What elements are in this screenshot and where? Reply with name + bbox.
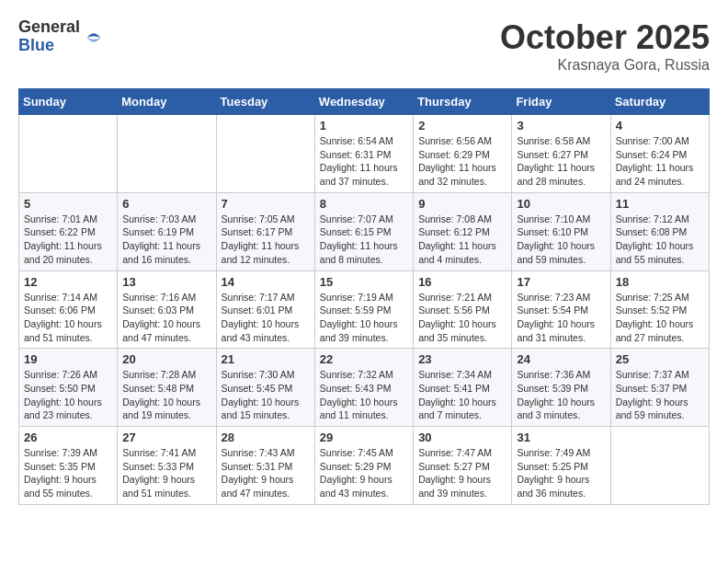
calendar-cell xyxy=(610,427,709,505)
day-number: 29 xyxy=(320,431,408,444)
title-block: October 2025 Krasnaya Gora, Russia xyxy=(500,18,710,74)
column-header-sunday: Sunday xyxy=(19,89,118,115)
calendar-cell: 5Sunrise: 7:01 AM Sunset: 6:22 PM Daylig… xyxy=(19,192,118,270)
day-info: Sunrise: 7:19 AM Sunset: 5:59 PM Dayligh… xyxy=(320,291,408,345)
day-number: 11 xyxy=(616,197,704,211)
day-info: Sunrise: 7:10 AM Sunset: 6:10 PM Dayligh… xyxy=(517,213,605,267)
location: Krasnaya Gora, Russia xyxy=(500,57,710,74)
day-info: Sunrise: 7:32 AM Sunset: 5:43 PM Dayligh… xyxy=(320,368,408,422)
day-number: 31 xyxy=(517,431,605,444)
day-number: 7 xyxy=(222,197,310,211)
day-info: Sunrise: 7:26 AM Sunset: 5:50 PM Dayligh… xyxy=(24,368,112,422)
logo: General Blue xyxy=(18,18,104,55)
day-number: 24 xyxy=(517,352,605,366)
calendar-cell: 30Sunrise: 7:47 AM Sunset: 5:27 PM Dayli… xyxy=(414,427,512,505)
day-number: 9 xyxy=(418,197,506,211)
day-info: Sunrise: 7:00 AM Sunset: 6:24 PM Dayligh… xyxy=(616,134,704,189)
calendar-cell: 13Sunrise: 7:16 AM Sunset: 6:03 PM Dayli… xyxy=(118,270,216,349)
day-number: 18 xyxy=(616,275,704,289)
calendar-cell: 27Sunrise: 7:41 AM Sunset: 5:33 PM Dayli… xyxy=(118,427,216,505)
calendar-cell: 10Sunrise: 7:10 AM Sunset: 6:10 PM Dayli… xyxy=(512,192,610,270)
day-number: 14 xyxy=(222,275,310,289)
calendar-cell: 25Sunrise: 7:37 AM Sunset: 5:37 PM Dayli… xyxy=(610,349,709,427)
day-info: Sunrise: 6:56 AM Sunset: 6:29 PM Dayligh… xyxy=(418,134,506,189)
calendar-cell: 9Sunrise: 7:08 AM Sunset: 6:12 PM Daylig… xyxy=(414,192,512,270)
calendar-cell xyxy=(19,115,118,193)
calendar-cell: 19Sunrise: 7:26 AM Sunset: 5:50 PM Dayli… xyxy=(19,349,118,427)
day-info: Sunrise: 7:05 AM Sunset: 6:17 PM Dayligh… xyxy=(222,213,310,267)
calendar-cell: 14Sunrise: 7:17 AM Sunset: 6:01 PM Dayli… xyxy=(216,270,314,349)
calendar-cell: 22Sunrise: 7:32 AM Sunset: 5:43 PM Dayli… xyxy=(314,349,413,427)
day-info: Sunrise: 6:58 AM Sunset: 6:27 PM Dayligh… xyxy=(517,134,605,189)
column-header-friday: Friday xyxy=(512,89,610,115)
logo-line1: General xyxy=(18,18,80,37)
day-number: 12 xyxy=(24,275,112,289)
day-info: Sunrise: 7:45 AM Sunset: 5:29 PM Dayligh… xyxy=(320,446,408,500)
day-number: 10 xyxy=(517,197,605,211)
calendar-week-3: 12Sunrise: 7:14 AM Sunset: 6:06 PM Dayli… xyxy=(19,270,710,349)
day-info: Sunrise: 6:54 AM Sunset: 6:31 PM Dayligh… xyxy=(320,134,408,189)
day-info: Sunrise: 7:12 AM Sunset: 6:08 PM Dayligh… xyxy=(616,213,704,267)
calendar-cell: 7Sunrise: 7:05 AM Sunset: 6:17 PM Daylig… xyxy=(216,192,314,270)
day-info: Sunrise: 7:30 AM Sunset: 5:45 PM Dayligh… xyxy=(222,368,310,422)
column-header-wednesday: Wednesday xyxy=(314,89,413,115)
day-number: 22 xyxy=(320,352,408,366)
calendar-cell: 6Sunrise: 7:03 AM Sunset: 6:19 PM Daylig… xyxy=(118,192,216,270)
calendar-cell: 3Sunrise: 6:58 AM Sunset: 6:27 PM Daylig… xyxy=(512,115,610,193)
day-number: 17 xyxy=(517,275,605,289)
month-title: October 2025 xyxy=(500,18,710,57)
column-header-thursday: Thursday xyxy=(414,89,512,115)
day-number: 15 xyxy=(320,275,408,289)
day-info: Sunrise: 7:23 AM Sunset: 5:54 PM Dayligh… xyxy=(517,291,605,345)
calendar-cell: 21Sunrise: 7:30 AM Sunset: 5:45 PM Dayli… xyxy=(216,349,314,427)
page-header: General Blue October 2025 Krasnaya Gora,… xyxy=(18,18,710,74)
day-number: 4 xyxy=(616,119,704,132)
day-info: Sunrise: 7:25 AM Sunset: 5:52 PM Dayligh… xyxy=(616,291,704,345)
day-number: 28 xyxy=(222,431,310,444)
day-info: Sunrise: 7:34 AM Sunset: 5:41 PM Dayligh… xyxy=(418,368,506,422)
day-info: Sunrise: 7:39 AM Sunset: 5:35 PM Dayligh… xyxy=(24,446,112,500)
day-number: 27 xyxy=(122,431,210,444)
day-info: Sunrise: 7:03 AM Sunset: 6:19 PM Dayligh… xyxy=(122,213,210,267)
calendar-cell: 1Sunrise: 6:54 AM Sunset: 6:31 PM Daylig… xyxy=(314,115,413,193)
calendar-week-5: 26Sunrise: 7:39 AM Sunset: 5:35 PM Dayli… xyxy=(19,427,710,505)
calendar-cell: 29Sunrise: 7:45 AM Sunset: 5:29 PM Dayli… xyxy=(314,427,413,505)
day-number: 25 xyxy=(616,352,704,366)
day-number: 23 xyxy=(418,352,506,366)
day-info: Sunrise: 7:36 AM Sunset: 5:39 PM Dayligh… xyxy=(517,368,605,422)
day-info: Sunrise: 7:07 AM Sunset: 6:15 PM Dayligh… xyxy=(320,213,408,267)
calendar-cell: 31Sunrise: 7:49 AM Sunset: 5:25 PM Dayli… xyxy=(512,427,610,505)
day-number: 20 xyxy=(122,352,210,366)
calendar-week-4: 19Sunrise: 7:26 AM Sunset: 5:50 PM Dayli… xyxy=(19,349,710,427)
day-info: Sunrise: 7:37 AM Sunset: 5:37 PM Dayligh… xyxy=(616,368,704,422)
day-number: 1 xyxy=(320,119,408,132)
calendar-cell: 8Sunrise: 7:07 AM Sunset: 6:15 PM Daylig… xyxy=(314,192,413,270)
day-info: Sunrise: 7:08 AM Sunset: 6:12 PM Dayligh… xyxy=(418,213,506,267)
day-info: Sunrise: 7:17 AM Sunset: 6:01 PM Dayligh… xyxy=(222,291,310,345)
day-info: Sunrise: 7:16 AM Sunset: 6:03 PM Dayligh… xyxy=(122,291,210,345)
day-number: 2 xyxy=(418,119,506,132)
calendar-cell: 17Sunrise: 7:23 AM Sunset: 5:54 PM Dayli… xyxy=(512,270,610,349)
calendar-cell: 16Sunrise: 7:21 AM Sunset: 5:56 PM Dayli… xyxy=(414,270,512,349)
day-number: 21 xyxy=(222,352,310,366)
day-number: 16 xyxy=(418,275,506,289)
calendar-cell: 18Sunrise: 7:25 AM Sunset: 5:52 PM Dayli… xyxy=(610,270,709,349)
day-number: 13 xyxy=(122,275,210,289)
day-number: 6 xyxy=(122,197,210,211)
calendar-cell: 28Sunrise: 7:43 AM Sunset: 5:31 PM Dayli… xyxy=(216,427,314,505)
calendar-week-2: 5Sunrise: 7:01 AM Sunset: 6:22 PM Daylig… xyxy=(19,192,710,270)
calendar-cell: 26Sunrise: 7:39 AM Sunset: 5:35 PM Dayli… xyxy=(19,427,118,505)
day-number: 5 xyxy=(24,197,112,211)
calendar-cell: 24Sunrise: 7:36 AM Sunset: 5:39 PM Dayli… xyxy=(512,349,610,427)
day-info: Sunrise: 7:01 AM Sunset: 6:22 PM Dayligh… xyxy=(24,213,112,267)
calendar-week-1: 1Sunrise: 6:54 AM Sunset: 6:31 PM Daylig… xyxy=(19,115,710,193)
calendar-cell xyxy=(216,115,314,193)
column-header-tuesday: Tuesday xyxy=(216,89,314,115)
calendar-cell: 23Sunrise: 7:34 AM Sunset: 5:41 PM Dayli… xyxy=(414,349,512,427)
calendar-cell: 12Sunrise: 7:14 AM Sunset: 6:06 PM Dayli… xyxy=(19,270,118,349)
calendar-cell: 4Sunrise: 7:00 AM Sunset: 6:24 PM Daylig… xyxy=(610,115,709,193)
logo-icon xyxy=(84,28,104,48)
column-header-saturday: Saturday xyxy=(610,89,709,115)
calendar-cell: 11Sunrise: 7:12 AM Sunset: 6:08 PM Dayli… xyxy=(610,192,709,270)
day-info: Sunrise: 7:28 AM Sunset: 5:48 PM Dayligh… xyxy=(122,368,210,422)
